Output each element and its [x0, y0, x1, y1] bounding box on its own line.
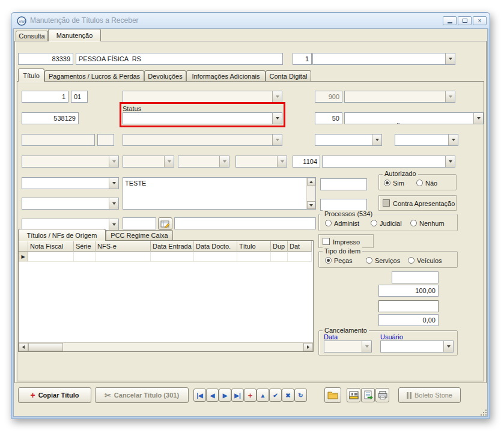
nav-cancel-button[interactable]: ✖: [282, 389, 294, 402]
copiar-titulo-button[interactable]: + Copiar Título: [18, 387, 91, 403]
processos-nenhum-label[interactable]: Nenhum: [419, 220, 445, 227]
nav-refresh-button[interactable]: ↻: [294, 389, 307, 402]
scroll-left-icon[interactable]: [19, 343, 28, 351]
autorizado-sim-radio[interactable]: [384, 180, 390, 186]
nav-insert-button[interactable]: +: [244, 389, 257, 402]
valor-titulo-field[interactable]: 100,00: [378, 285, 439, 297]
tipo-item-servicos-label[interactable]: Serviços: [375, 257, 400, 264]
grid-cell[interactable]: [96, 252, 151, 262]
grid-cell[interactable]: [151, 252, 194, 262]
print-button[interactable]: [375, 388, 389, 402]
processos-nenhum-radio[interactable]: [410, 220, 417, 226]
grid-cell[interactable]: [288, 252, 312, 262]
historico-memo[interactable]: TESTE: [123, 177, 316, 210]
grid-col-titulo[interactable]: Título: [237, 241, 271, 252]
autorizado-nao-radio[interactable]: [416, 180, 423, 186]
tab-pcc-regime-caixa[interactable]: PCC Regime Caixa: [106, 230, 173, 240]
tipo-item-servicos-radio[interactable]: [366, 257, 372, 264]
grid-col-data-entrada[interactable]: Data Entrada: [151, 241, 194, 252]
tab-titulos-nfs-origem[interactable]: Títulos / NFs de Origem: [18, 229, 106, 241]
cancelamento-data-dropdown-arrow-icon[interactable]: [362, 341, 371, 352]
base-impostos-field[interactable]: [392, 271, 439, 283]
tab-titulo[interactable]: Título: [18, 68, 44, 82]
grid-cell[interactable]: [271, 252, 288, 262]
scroll-up-icon[interactable]: [307, 178, 315, 186]
boleto-button[interactable]: [347, 388, 360, 402]
titulo-parcela-field[interactable]: 01: [71, 91, 88, 103]
grid-row[interactable]: ▶: [19, 252, 313, 262]
tipo-item-veiculos-label[interactable]: Veículos: [417, 257, 442, 264]
grid-cell[interactable]: [194, 252, 237, 262]
grid-cell[interactable]: [74, 252, 96, 262]
origem-select[interactable]: VENDA - FATURAMENTO: [322, 156, 455, 168]
indice-select[interactable]: [315, 134, 382, 146]
scroll-down-icon[interactable]: [307, 201, 315, 209]
cancelamento-data-field[interactable]: __/__/____: [324, 341, 372, 353]
impresso-label[interactable]: Impresso: [333, 238, 360, 246]
departamento-dropdown-arrow-icon[interactable]: [473, 113, 483, 124]
tab-informacoes-adicionais[interactable]: Informações Adicionais: [186, 70, 266, 81]
outras-desp-field[interactable]: [378, 300, 439, 312]
remessa-serasa-dropdown-arrow-icon[interactable]: [109, 198, 118, 209]
minimize-button[interactable]: [443, 16, 457, 25]
localizacao-dropdown-arrow-icon[interactable]: [448, 135, 458, 145]
tab-pagamentos[interactable]: Pagamentos / Lucros & Perdas: [44, 70, 144, 81]
grid-cell[interactable]: [28, 252, 74, 262]
contra-apresentacao-checkbox[interactable]: [383, 199, 390, 207]
grid-col-serie[interactable]: Série: [74, 241, 96, 252]
grid-col-nota-fiscal[interactable]: Nota Fiscal: [28, 241, 74, 252]
historico-scrollbar[interactable]: [306, 178, 315, 209]
avalista-code-field[interactable]: [123, 217, 156, 229]
cancelamento-usuario-select[interactable]: [380, 341, 454, 353]
grid-col-nfse[interactable]: NFS-e: [96, 241, 151, 252]
codigo-cliente-field[interactable]: 83339: [18, 53, 73, 65]
remessa-pefin-dropdown-arrow-icon[interactable]: [109, 219, 118, 230]
open-folder-button[interactable]: [324, 387, 341, 403]
resize-grip[interactable]: [485, 410, 493, 417]
processos-administ-label[interactable]: Administ: [334, 220, 359, 227]
export-button[interactable]: [361, 388, 375, 402]
revenda-select[interactable]: LINX: [312, 53, 455, 65]
status-select[interactable]: Pago Totalmente: [123, 112, 282, 124]
autorizado-sim-label[interactable]: Sim: [393, 180, 404, 187]
localizacao-select[interactable]: [395, 134, 458, 146]
nav-edit-button[interactable]: ▲: [257, 389, 269, 402]
titulo-num-field[interactable]: 1: [22, 91, 68, 103]
grid-cell[interactable]: [237, 252, 271, 262]
iss-retido-field[interactable]: [320, 199, 367, 211]
tab-manutencao[interactable]: Manutenção: [48, 29, 101, 41]
revenda-dropdown-arrow-icon[interactable]: [445, 53, 455, 64]
maximize-button[interactable]: [458, 16, 472, 25]
origem-dropdown-arrow-icon[interactable]: [445, 156, 455, 167]
scroll-right-icon[interactable]: [303, 343, 313, 351]
autorizado-nao-label[interactable]: Não: [425, 180, 437, 187]
close-button[interactable]: ×: [473, 16, 487, 25]
tab-conta-digital[interactable]: Conta Digital: [266, 70, 311, 81]
indice-dropdown-arrow-icon[interactable]: [372, 135, 381, 145]
status-dropdown-arrow-icon[interactable]: [272, 113, 282, 124]
grid-hscroll-thumb[interactable]: [28, 343, 63, 351]
processos-judicial-radio[interactable]: [371, 220, 377, 226]
tipo-select[interactable]: Contas a Receber: [123, 91, 282, 103]
nav-prior-button[interactable]: ◀: [206, 389, 219, 402]
tab-devolucoes[interactable]: Devoluções: [144, 70, 186, 81]
taxa-cobranca-field[interactable]: [320, 178, 367, 190]
controle-bancario-dropdown-arrow-icon[interactable]: [109, 178, 118, 189]
tipo-item-pecas-radio[interactable]: [325, 257, 332, 264]
revenda-code-field[interactable]: 1: [293, 53, 312, 65]
grid-hscrollbar[interactable]: [19, 342, 313, 351]
avalista-lookup-button[interactable]: [158, 217, 172, 230]
remessa-serasa-select[interactable]: [22, 198, 119, 210]
departamento-select[interactable]: ADMINISTRAÇÃO: [344, 112, 484, 124]
grid-col-dup[interactable]: Dup: [271, 241, 288, 252]
contra-apresentacao-label[interactable]: Contra Apresentação: [393, 200, 455, 207]
nav-next-button[interactable]: ▶: [219, 389, 231, 402]
processos-judicial-label[interactable]: Judicial: [380, 220, 402, 227]
nav-last-button[interactable]: ▶|: [231, 389, 244, 402]
grid-col-data-docto[interactable]: Data Docto.: [194, 241, 237, 252]
tipo-item-veiculos-radio[interactable]: [408, 257, 414, 264]
operacao-field[interactable]: 538129: [22, 112, 79, 124]
avalista-nome-field[interactable]: [174, 217, 316, 229]
departamento-code-field[interactable]: 50: [315, 112, 342, 124]
cancelamento-usuario-dropdown-arrow-icon[interactable]: [443, 341, 453, 352]
